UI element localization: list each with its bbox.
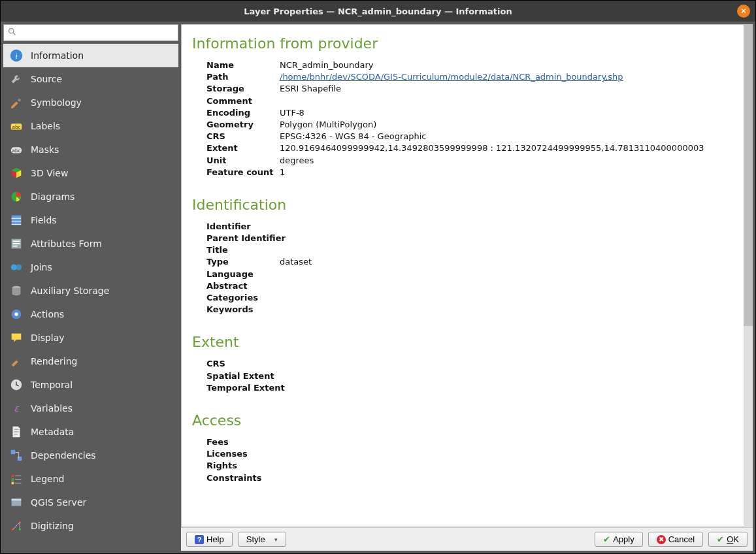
close-button[interactable]: ✕ (737, 5, 750, 18)
val-crs: EPSG:4326 - WGS 84 - Geographic (280, 131, 426, 142)
key-categories: Categories (206, 292, 280, 304)
dependencies-icon (8, 448, 24, 463)
key-abstract: Abstract (206, 280, 280, 292)
style-button[interactable]: Style ▾ (238, 532, 286, 547)
svg-rect-16 (13, 246, 18, 247)
val-extent: 120.9169464099999942,14.3492803599999998… (280, 142, 704, 154)
sidebar-item-label: Labels (31, 121, 60, 131)
help-button[interactable]: ? Help (186, 532, 233, 547)
sidebar-item-metadata[interactable]: Metadata (3, 420, 178, 444)
val-name: NCR_admin_boundary (280, 59, 374, 71)
access-table: Fees Licenses Rights Constraints (206, 436, 734, 484)
key-parent-identifier: Parent Identifier (206, 233, 291, 244)
scrollbar-thumb[interactable] (744, 24, 753, 326)
dialog-footer: ? Help Style ▾ ✔ Apply ✖ Cancel ✔ (181, 527, 753, 551)
sidebar-item-3dview[interactable]: 3D View (3, 161, 178, 185)
sidebar-item-digitizing[interactable]: Digitizing (3, 514, 178, 538)
sidebar-item-label: Information (31, 50, 84, 61)
help-button-label: Help (206, 534, 224, 544)
sidebar-item-label: Diagrams (31, 191, 74, 202)
section-identification-heading: Identification (192, 197, 734, 213)
sidebar-item-symbology[interactable]: Symbology (3, 91, 178, 114)
sidebar-item-diagrams[interactable]: Diagrams (3, 185, 178, 208)
sidebar-item-label: Fields (31, 215, 57, 225)
sidebar-item-label: 3D View (31, 168, 68, 178)
legend-icon (8, 471, 24, 487)
sidebar-item-variables[interactable]: ε Variables (3, 397, 178, 420)
sidebar-item-actions[interactable]: Actions (3, 302, 178, 326)
sidebar-item-source[interactable]: Source (3, 67, 178, 91)
key-title: Title (206, 244, 280, 256)
chart-icon (8, 189, 24, 204)
sidebar-item-label: Symbology (31, 97, 82, 108)
sidebar-item-qgis-server[interactable]: QGIS Server (3, 491, 178, 514)
sidebar-item-label: Temporal (31, 380, 73, 390)
gear-icon (8, 306, 24, 322)
document-icon (8, 424, 24, 440)
search-input[interactable] (20, 28, 174, 38)
sidebar-item-rendering[interactable]: Rendering (3, 350, 178, 373)
sidebar-item-label: Joins (31, 262, 52, 272)
key-fees: Fees (206, 436, 280, 448)
extent-table: CRS Spatial Extent Temporal Extent (206, 358, 734, 394)
joins-icon (8, 259, 24, 275)
sidebar-item-legend[interactable]: Legend (3, 467, 178, 491)
key-comment: Comment (206, 95, 280, 107)
svg-rect-33 (12, 499, 22, 501)
sidebar-item-fields[interactable]: Fields (3, 208, 178, 232)
cancel-icon: ✖ (657, 535, 666, 544)
sidebar-item-masks[interactable]: abc Masks (3, 138, 178, 161)
val-encoding: UTF-8 (280, 107, 304, 119)
val-geometry: Polygon (MultiPolygon) (280, 119, 376, 131)
apply-button[interactable]: ✔ Apply (595, 532, 643, 547)
key-constraints: Constraints (206, 472, 280, 484)
cancel-button[interactable]: ✖ Cancel (648, 532, 703, 547)
key-extent: Extent (206, 142, 280, 154)
search-icon (8, 27, 16, 38)
sidebar-item-labels[interactable]: abc Labels (3, 114, 178, 138)
sidebar: i Information Source Symbology (3, 24, 178, 551)
chevron-down-icon: ▾ (274, 536, 278, 543)
ok-icon: ✔ (717, 534, 724, 544)
sidebar-item-attributes-form[interactable]: Attributes Form (3, 232, 178, 255)
ok-button[interactable]: ✔ OK (708, 532, 748, 547)
labels-icon: abc (8, 118, 24, 134)
key-unit: Unit (206, 155, 280, 167)
window-title: Layer Properties — NCR_admin_boundary — … (244, 7, 512, 16)
masks-icon: abc (8, 142, 24, 157)
rendering-icon (8, 353, 24, 369)
sidebar-item-dependencies[interactable]: Dependencies (3, 444, 178, 467)
sidebar-item-label: QGIS Server (31, 497, 86, 508)
key-crs: CRS (206, 131, 280, 142)
sidebar-item-temporal[interactable]: Temporal (3, 373, 178, 397)
path-link[interactable]: /home/bnhr/dev/SCODA/GIS-Curriculum/modu… (280, 72, 623, 82)
sidebar-item-auxiliary-storage[interactable]: Auxiliary Storage (3, 279, 178, 302)
cancel-button-label: Cancel (668, 534, 695, 544)
sidebar-item-label: Attributes Form (31, 238, 102, 249)
svg-rect-26 (12, 475, 14, 478)
scrollbar-track[interactable] (744, 24, 753, 527)
sidebar-item-label: Source (31, 74, 62, 84)
section-provider-heading: Information from provider (192, 35, 734, 52)
key-licenses: Licenses (206, 448, 280, 460)
cube-icon (8, 165, 24, 181)
content-scroll[interactable]: Information from provider NameNCR_admin_… (181, 24, 753, 527)
svg-rect-25 (18, 457, 22, 461)
svg-point-0 (9, 29, 14, 33)
layer-properties-dialog: Layer Properties — NCR_admin_boundary — … (0, 0, 756, 554)
sidebar-item-label: Actions (31, 309, 64, 319)
sidebar-item-information[interactable]: i Information (3, 44, 178, 67)
brush-icon (8, 95, 24, 110)
key-name: Name (206, 59, 280, 71)
sidebar-item-joins[interactable]: Joins (3, 255, 178, 279)
key-identifier: Identifier (206, 221, 280, 233)
style-button-label: Style (246, 534, 265, 544)
sidebar-item-label: Variables (31, 403, 73, 414)
key-path: Path (206, 71, 280, 83)
svg-point-18 (16, 264, 22, 270)
svg-rect-27 (12, 478, 14, 481)
sidebar-item-display[interactable]: Display (3, 326, 178, 350)
fields-icon (8, 212, 24, 228)
search-field-wrap[interactable] (3, 24, 178, 41)
svg-text:ε: ε (14, 402, 20, 414)
